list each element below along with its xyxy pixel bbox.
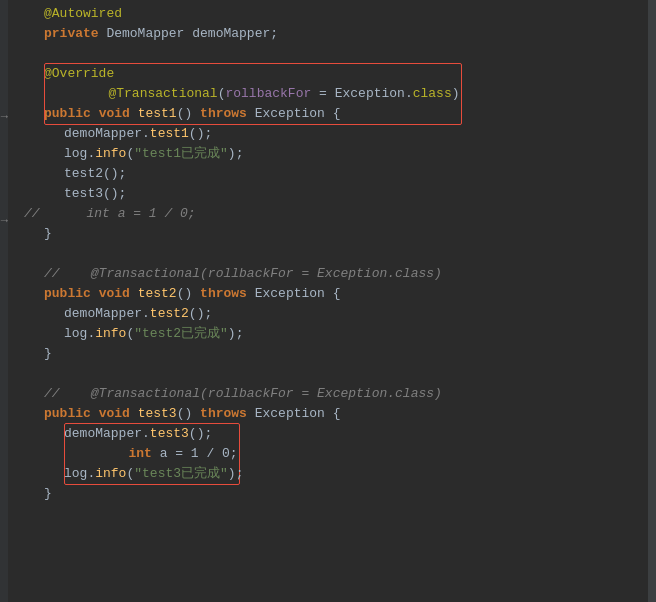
plain-token: } — [44, 344, 52, 364]
keyword-token: void — [99, 404, 130, 424]
code-line: private DemoMapper demoMapper; — [8, 24, 648, 44]
keyword-token: public — [44, 284, 91, 304]
plain-token: a = 1 / 0; — [152, 446, 238, 461]
plain-token — [130, 404, 138, 424]
string-token: "test3已完成" — [134, 464, 228, 484]
plain-token: DemoMapper demoMapper; — [99, 24, 278, 44]
plain-token: (); — [189, 304, 212, 324]
comment-token: // — [24, 204, 40, 224]
plain-token: demoMapper. — [64, 304, 150, 324]
plain-token: () — [177, 104, 200, 124]
plain-token: test2(); — [64, 164, 126, 184]
method-token: info — [95, 144, 126, 164]
type-token: Exception — [335, 86, 405, 101]
plain-token — [130, 284, 138, 304]
plain-token — [91, 404, 99, 424]
keyword-token: void — [99, 104, 130, 124]
method-token: test3 — [138, 404, 177, 424]
annotation-token: @Transactional — [108, 86, 217, 101]
method-token: info — [95, 324, 126, 344]
plain-token: log. — [64, 464, 95, 484]
plain-token: log. — [64, 144, 95, 164]
keyword-token: void — [99, 284, 130, 304]
plain-token: ( — [126, 464, 134, 484]
plain-token: Exception { — [247, 104, 341, 124]
code-line: test3(); — [8, 184, 648, 204]
class-token: class — [413, 86, 452, 101]
plain-token: () — [177, 404, 200, 424]
code-line: log.info("test2已完成"); — [8, 324, 648, 344]
annotation-token: @Autowired — [44, 4, 122, 24]
code-line: log.info("test1已完成"); — [8, 144, 648, 164]
code-line: @Transactional(rollbackFor = Exception.c… — [8, 84, 648, 104]
code-line: demoMapper.test1(); — [8, 124, 648, 144]
plain-token: ); — [228, 324, 244, 344]
plain-token: ( — [126, 324, 134, 344]
arrow-right-icon: → — [1, 214, 8, 228]
code-area: @Autowired private DemoMapper demoMapper… — [8, 0, 648, 602]
code-line: } — [8, 224, 648, 244]
code-line: } — [8, 344, 648, 364]
keyword-token: int — [128, 446, 151, 461]
keyword-token: private — [44, 24, 99, 44]
side-bar: → → — [0, 0, 8, 602]
plain-token: = — [311, 86, 334, 101]
code-line: public void test3 () throws Exception { — [8, 404, 648, 424]
keyword-token: throws — [200, 104, 247, 124]
method-token: test1 — [150, 124, 189, 144]
plain-token — [130, 104, 138, 124]
method-token: test2 — [138, 284, 177, 304]
keyword-token: throws — [200, 284, 247, 304]
method-token: test2 — [150, 304, 189, 324]
comment-token: int a = 1 / 0; — [86, 204, 195, 224]
code-line: log.info("test3已完成"); — [8, 464, 648, 484]
string-token: "test2已完成" — [134, 324, 228, 344]
string-token: "test1已完成" — [134, 144, 228, 164]
plain-token: ); — [228, 464, 244, 484]
code-line: // @Transactional(rollbackFor = Exceptio… — [8, 264, 648, 284]
plain-token: Exception { — [247, 284, 341, 304]
plain-token — [40, 204, 87, 224]
plain-token: log. — [64, 324, 95, 344]
param-token: rollbackFor — [225, 86, 311, 101]
keyword-token: throws — [200, 404, 247, 424]
code-line-blank — [8, 364, 648, 384]
plain-token: Exception { — [247, 404, 341, 424]
arrow-left-icon: → — [1, 110, 8, 124]
code-line-blank — [8, 244, 648, 264]
code-line-blank — [8, 44, 648, 64]
paren-token: ) — [452, 86, 460, 101]
code-line: // @Transactional(rollbackFor = Exceptio… — [8, 384, 648, 404]
code-line: } — [8, 484, 648, 504]
comment-token: // @Transactional(rollbackFor = Exceptio… — [44, 384, 442, 404]
plain-token: demoMapper. — [64, 124, 150, 144]
method-token: test1 — [138, 104, 177, 124]
keyword-token: public — [44, 104, 91, 124]
code-editor: → → @Autowired private DemoMapper demoMa… — [0, 0, 656, 602]
plain-token: (); — [189, 124, 212, 144]
comment-token: // @Transactional(rollbackFor = Exceptio… — [44, 264, 442, 284]
plain-token: test3(); — [64, 184, 126, 204]
plain-token: ( — [126, 144, 134, 164]
dot-token: . — [405, 86, 413, 101]
code-line: demoMapper.test2(); — [8, 304, 648, 324]
code-line: // int a = 1 / 0; — [8, 204, 648, 224]
code-line: int a = 1 / 0; — [8, 444, 648, 464]
plain-token: } — [44, 224, 52, 244]
code-line: public void test1 () throws Exception { — [8, 104, 648, 124]
scrollbar[interactable] — [648, 0, 656, 602]
method-token: info — [95, 464, 126, 484]
plain-token: ); — [228, 144, 244, 164]
keyword-token: public — [44, 404, 91, 424]
code-line: public void test2 () throws Exception { — [8, 284, 648, 304]
plain-token — [91, 104, 99, 124]
plain-token: } — [44, 484, 52, 504]
code-line: @Autowired — [8, 4, 648, 24]
plain-token — [91, 284, 99, 304]
plain-token: () — [177, 284, 200, 304]
code-line: test2(); — [8, 164, 648, 184]
